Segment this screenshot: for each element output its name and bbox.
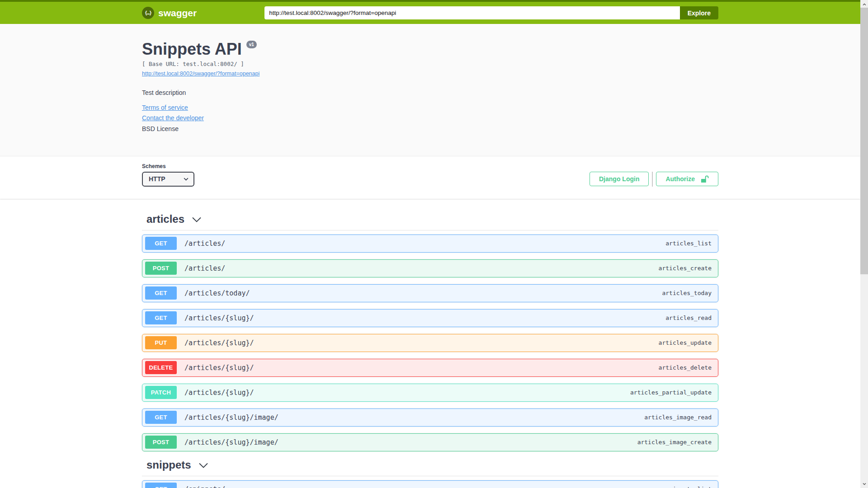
scrollbar-up-arrow-icon[interactable] [860, 0, 868, 8]
method-badge: GET [145, 237, 177, 250]
version-badge: v1 [246, 41, 257, 48]
operation-row[interactable]: PATCH /articles/{slug}/ articles_partial… [142, 384, 718, 402]
operation-path: /articles/{slug}/ [184, 339, 254, 347]
operation-id: articles_partial_update [630, 389, 712, 396]
operation-path: /articles/{slug}/ [184, 314, 254, 322]
operation-id: snippets_list [665, 486, 712, 488]
api-tag-section: articles GET /articles/ articles_list PO… [142, 212, 718, 451]
explore-button[interactable]: Explore [680, 6, 718, 19]
authorize-button[interactable]: Authorize [656, 172, 718, 186]
schemes-selected-value: HTTP [149, 175, 165, 183]
method-badge: GET [145, 411, 177, 424]
schemes-label: Schemes [142, 163, 194, 169]
info-section: Snippets API v1 [ Base URL: test.local:8… [0, 24, 860, 156]
operation-id: articles_read [665, 314, 712, 321]
api-tag-section: snippets GET /snippets/ snippets_list [142, 458, 718, 488]
spec-url-input[interactable] [264, 6, 679, 19]
scheme-container: Schemes HTTP Django Login Authorize [0, 156, 860, 199]
method-badge: PUT [145, 336, 177, 349]
operation-row[interactable]: GET /articles/{slug}/ articles_read [142, 309, 718, 327]
method-badge: POST [145, 436, 177, 449]
method-badge: GET [145, 311, 177, 324]
license-label: BSD License [142, 125, 718, 132]
operation-path: /articles/{slug}/ [184, 389, 254, 397]
swagger-braces-icon: {…} [142, 7, 154, 19]
operation-path: /articles/ [184, 239, 225, 248]
operation-id: articles_list [665, 240, 712, 247]
method-badge: GET [145, 286, 177, 300]
schemes-select[interactable]: HTTP [142, 172, 194, 187]
operation-id: articles_create [659, 265, 712, 272]
section-header-articles[interactable]: articles [142, 212, 718, 230]
method-badge: PATCH [145, 386, 177, 399]
operations-root: articles GET /articles/ articles_list PO… [142, 199, 718, 488]
operation-row[interactable]: GET /articles/today/ articles_today [142, 284, 718, 302]
operation-row[interactable]: POST /articles/ articles_create [142, 259, 718, 277]
chevron-down-icon [183, 176, 189, 182]
chevron-down-icon [191, 216, 202, 224]
operation-id: articles_delete [659, 364, 712, 371]
spec-link[interactable]: http://test.local:8002/swagger/?format=o… [142, 70, 259, 77]
scrollbar[interactable] [860, 0, 868, 488]
operation-id: articles_image_create [637, 439, 712, 446]
base-url: [ Base URL: test.local:8002/ ] [142, 61, 718, 67]
auth-divider [652, 172, 653, 187]
operation-row[interactable]: POST /articles/{slug}/image/ articles_im… [142, 433, 718, 451]
operations-list: GET /articles/ articles_list POST /artic… [142, 230, 718, 451]
operation-path: /articles/ [184, 264, 225, 272]
contact-developer-link[interactable]: Contact the developer [142, 114, 204, 122]
operation-row[interactable]: GET /articles/ articles_list [142, 235, 718, 253]
django-login-button[interactable]: Django Login [590, 172, 649, 186]
section-title: articles [146, 212, 184, 225]
operation-row[interactable]: DELETE /articles/{slug}/ articles_delete [142, 359, 718, 377]
operation-path: /articles/{slug}/image/ [184, 438, 278, 446]
page-title: Snippets API v1 [142, 40, 718, 58]
authorize-label: Authorize [665, 175, 695, 183]
auth-wrapper: Django Login Authorize [590, 172, 718, 187]
method-badge: GET [145, 483, 177, 488]
swagger-logo: {…} swagger [142, 7, 197, 19]
operations-list: GET /snippets/ snippets_list [142, 476, 718, 488]
download-url-wrapper: Explore [264, 6, 718, 19]
operation-row[interactable]: PUT /articles/{slug}/ articles_update [142, 334, 718, 352]
api-description: Test description [142, 89, 718, 96]
section-title: snippets [146, 458, 191, 471]
django-login-label: Django Login [599, 175, 639, 183]
brand-name: swagger [158, 8, 197, 19]
operation-path: /articles/{slug}/ [184, 364, 254, 372]
operation-path: /snippets/ [184, 485, 225, 488]
operation-id: articles_today [662, 290, 712, 296]
operation-id: articles_image_read [644, 414, 712, 421]
operation-id: articles_update [659, 339, 712, 346]
section-header-snippets[interactable]: snippets [142, 458, 718, 476]
operation-row[interactable]: GET /articles/{slug}/image/ articles_ima… [142, 408, 718, 427]
operation-path: /articles/today/ [184, 289, 250, 297]
operation-path: /articles/{slug}/image/ [184, 413, 278, 422]
topbar: {…} swagger Explore [0, 0, 860, 24]
api-title-text: Snippets API [142, 40, 242, 58]
unlock-icon [700, 175, 709, 183]
browser-viewport: {…} swagger Explore Snippets API v1 [ Ba… [0, 0, 860, 488]
scrollbar-thumb[interactable] [860, 8, 868, 274]
operation-row[interactable]: GET /snippets/ snippets_list [142, 480, 718, 488]
terms-of-service-link[interactable]: Terms of service [142, 104, 188, 111]
method-badge: DELETE [145, 361, 177, 374]
chevron-down-icon [198, 461, 209, 469]
method-badge: POST [145, 262, 177, 275]
schemes-block: Schemes HTTP [142, 163, 194, 187]
scrollbar-down-arrow-icon[interactable] [860, 480, 868, 488]
